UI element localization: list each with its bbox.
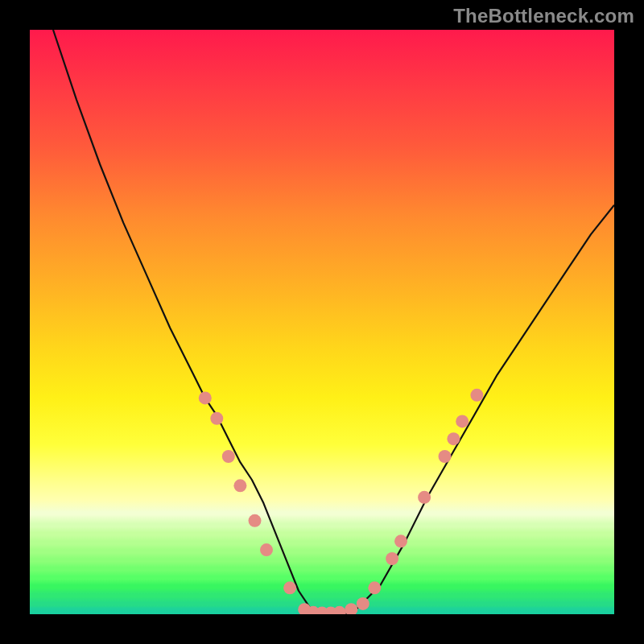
data-marker (260, 543, 273, 556)
bottleneck-chart (30, 30, 614, 614)
data-marker (368, 581, 381, 594)
data-marker (418, 491, 431, 504)
watermark-text: TheBottleneck.com (453, 5, 634, 27)
data-marker (333, 606, 346, 614)
data-marker (447, 432, 460, 445)
data-marker (439, 450, 452, 463)
data-marker (249, 514, 262, 527)
bottleneck-curve (53, 30, 614, 614)
data-marker (386, 552, 398, 565)
plot-area (30, 30, 614, 614)
data-marker (470, 389, 483, 402)
chart-stage: TheBottleneck.com (0, 0, 644, 644)
data-marker (345, 603, 357, 614)
data-marker (394, 535, 407, 547)
data-marker (283, 581, 296, 594)
data-marker (456, 415, 469, 427)
data-marker (222, 450, 235, 463)
data-marker (199, 391, 212, 404)
data-marker (233, 479, 246, 492)
data-marker (210, 412, 223, 425)
data-marker (357, 597, 369, 610)
